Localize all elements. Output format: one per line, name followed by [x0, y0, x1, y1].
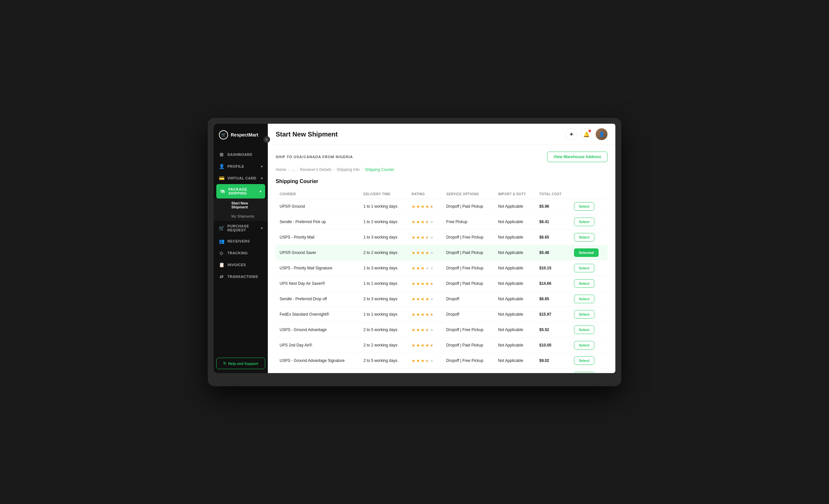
cell-courier-7: FedEx Standard Overnight®: [276, 307, 360, 322]
breadcrumb-ellipsis[interactable]: ...: [291, 167, 295, 172]
cell-rating-10: ★★★★★★: [408, 353, 442, 368]
breadcrumb-sep-3: ›: [333, 167, 335, 172]
cell-rating-11: ★★★★★★: [408, 368, 442, 373]
cell-action-1: Select: [570, 214, 608, 230]
cell-service-5: Dropoff | Paid Pickup: [442, 276, 494, 291]
cell-courier-0: UPS® Ground: [276, 199, 360, 214]
help-support-button[interactable]: ↻ Help and Support: [216, 358, 265, 369]
sidebar-item-profile[interactable]: 👤 PROFILE ▾: [214, 160, 268, 172]
sidebar-label-receivers: RECEIVERS: [227, 239, 250, 243]
table-row: UPS® Ground Saver 2 to 2 working days ★★…: [276, 245, 608, 260]
select-button-1[interactable]: Select: [574, 218, 594, 226]
cell-duty-0: Not Applicable: [494, 199, 535, 214]
select-button-7[interactable]: Select: [574, 310, 594, 319]
col-duty: IMPORT & DUTY: [494, 190, 535, 199]
sidebar-item-invoices[interactable]: 📋 INVOICES: [214, 259, 268, 271]
sidebar-label-dashboard: DASHBOARD: [227, 152, 252, 156]
ship-header: SHIP TO USA/CANADA FROM NIGERIA View War…: [276, 152, 608, 162]
sidebar-item-package-shipping[interactable]: 🛍 PACKAGE SHIPPING ▾: [216, 184, 265, 199]
cell-delivery-7: 1 to 1 working days: [360, 307, 408, 322]
cell-service-10: Dropoff | Free Pickup: [442, 353, 494, 368]
cell-cost-5: $14.66: [535, 276, 570, 291]
select-button-10[interactable]: Select: [574, 356, 594, 365]
cell-action-4: Select: [570, 260, 608, 276]
settings-icon-button[interactable]: ☀: [566, 128, 577, 140]
sidebar-label-virtual-card: VIRTUAL CARD: [227, 176, 256, 180]
select-button-9[interactable]: Select: [574, 341, 594, 350]
selected-button-3[interactable]: Selected: [574, 248, 599, 257]
cell-duty-1: Not Applicable: [494, 214, 535, 230]
breadcrumb-home[interactable]: Home: [276, 167, 286, 172]
cell-duty-4: Not Applicable: [494, 260, 535, 276]
subnav-start-new-shipment[interactable]: Start New Shipment: [227, 199, 268, 212]
breadcrumb-shipping-info[interactable]: Shipping Info: [337, 167, 360, 172]
avatar[interactable]: 👤: [596, 128, 608, 140]
table-row: UPS® Ground 1 to 1 working days ★★★★★★ D…: [276, 199, 608, 214]
cell-cost-4: $10.15: [535, 260, 570, 276]
cell-duty-10: Not Applicable: [494, 353, 535, 368]
cell-courier-6: Sendle - Preferred Drop off: [276, 291, 360, 307]
profile-icon: 👤: [219, 164, 224, 169]
cell-courier-5: UPS Next Day Air Saver®: [276, 276, 360, 291]
select-button-5[interactable]: Select: [574, 279, 594, 288]
table-row: FedEx Priority Overnight® 1 to 1 working…: [276, 368, 608, 373]
sidebar-item-dashboard[interactable]: ⊞ DASHBOARD: [214, 149, 268, 160]
sidebar-item-receivers[interactable]: 👥 RECEIVERS: [214, 235, 268, 247]
cell-duty-7: Not Applicable: [494, 307, 535, 322]
cell-courier-2: USPS - Priority Mail: [276, 230, 360, 245]
table-row: UPS 2nd Day Air® 2 to 2 working days ★★★…: [276, 338, 608, 353]
table-row: USPS - Ground Advantage 2 to 5 working d…: [276, 322, 608, 338]
cell-courier-4: USPS - Priority Mail Signature: [276, 260, 360, 276]
breadcrumb: Home › ... › Receiver's Details › Shippi…: [276, 167, 608, 172]
select-button-4[interactable]: Select: [574, 264, 594, 272]
cell-cost-6: $6.65: [535, 291, 570, 307]
breadcrumb-sep-2: ›: [297, 167, 298, 172]
cell-action-10: Select: [570, 353, 608, 368]
cell-service-9: Dropoff | Paid Pickup: [442, 338, 494, 353]
col-cost: TOTAL COST: [535, 190, 570, 199]
cell-delivery-10: 2 to 5 working days: [360, 353, 408, 368]
receivers-icon: 👥: [219, 239, 224, 244]
sidebar-item-tracking[interactable]: ◇ TRACKING: [214, 247, 268, 259]
cell-service-11: Dropoff: [442, 368, 494, 373]
subnav-my-shipments[interactable]: My Shipments: [227, 212, 268, 221]
cell-delivery-4: 1 to 3 working days: [360, 260, 408, 276]
breadcrumb-sep-4: ›: [362, 167, 363, 172]
sidebar-collapse-button[interactable]: «: [263, 136, 270, 143]
select-button-6[interactable]: Select: [574, 295, 594, 303]
cell-rating-3: ★★★★★: [408, 245, 442, 260]
sidebar-item-purchase-request[interactable]: 🛒 PURCHASE REQUEST ▾: [214, 221, 268, 235]
sidebar-footer: ↻ Help and Support: [214, 354, 268, 373]
breadcrumb-sep-1: ›: [288, 167, 289, 172]
col-courier: COURIER: [276, 190, 360, 199]
cell-action-0: Select: [570, 199, 608, 214]
select-button-8[interactable]: Select: [574, 325, 594, 334]
sidebar-label-transactions: TRANSACTIONS: [227, 275, 258, 279]
cell-cost-0: $5.96: [535, 199, 570, 214]
cell-duty-5: Not Applicable: [494, 276, 535, 291]
cell-cost-11: $21.74: [535, 368, 570, 373]
col-action: [570, 190, 608, 199]
select-button-2[interactable]: Select: [574, 233, 594, 242]
view-warehouse-address-button[interactable]: View Warehouse Address: [547, 152, 608, 162]
select-button-0[interactable]: Select: [574, 202, 594, 211]
cell-service-8: Dropoff | Free Pickup: [442, 322, 494, 338]
sidebar-label-tracking: TRACKING: [227, 251, 248, 255]
user-avatar: 👤: [596, 128, 608, 140]
cell-delivery-9: 2 to 2 working days: [360, 338, 408, 353]
sidebar-item-transactions[interactable]: ⇄ TRANSACTIONS: [214, 271, 268, 283]
notifications-icon-button[interactable]: 🔔: [581, 128, 592, 140]
cell-action-6: Select: [570, 291, 608, 307]
col-delivery: DELIVERY TIME: [360, 190, 408, 199]
cell-courier-3: UPS® Ground Saver: [276, 245, 360, 260]
cell-duty-9: Not Applicable: [494, 338, 535, 353]
cell-action-5: Select: [570, 276, 608, 291]
cell-duty-6: Not Applicable: [494, 291, 535, 307]
breadcrumb-receivers-details[interactable]: Receiver's Details: [300, 167, 331, 172]
sidebar-item-virtual-card[interactable]: 💳 VIRTUAL CARD ▾: [214, 172, 268, 184]
topbar-actions: ☀ 🔔 👤: [566, 128, 608, 140]
package-shipping-icon: 🛍: [220, 189, 225, 194]
chevron-down-icon: ▾: [261, 226, 263, 230]
shipping-couriers-table: COURIER DELIVERY TIME RATING SERVICE OPT…: [276, 190, 608, 373]
select-button-11[interactable]: Select: [574, 372, 594, 373]
